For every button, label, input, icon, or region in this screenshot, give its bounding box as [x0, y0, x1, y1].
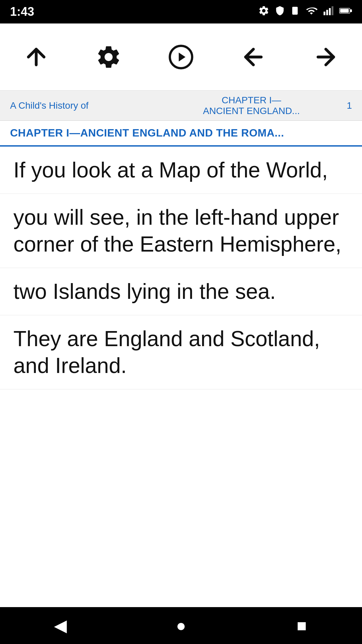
phone-status-icon — [290, 5, 300, 19]
status-time: 1:43 — [10, 5, 34, 19]
paragraph-2: you will see, in the left-hand upper cor… — [0, 194, 362, 268]
settings-button[interactable] — [92, 40, 125, 74]
square-nav-button[interactable]: ■ — [285, 612, 318, 639]
svg-rect-1 — [323, 11, 325, 15]
paragraph-4: They are England and Scotland, and Irela… — [0, 315, 362, 389]
upload-button[interactable] — [19, 40, 53, 74]
back-button[interactable] — [237, 40, 270, 74]
shield-status-icon — [275, 5, 285, 19]
toolbar — [0, 23, 362, 91]
battery-status-icon — [339, 5, 352, 19]
chapter-title: CHAPTER I—ANCIENT ENGLAND AND THE ROMA..… — [10, 127, 284, 139]
gear-status-icon — [258, 5, 269, 19]
chapter-header: CHAPTER I— ANCIENT ENGLAND... — [171, 95, 332, 116]
book-title: A Child's History of — [10, 100, 171, 111]
status-bar: 1:43 — [0, 0, 362, 23]
status-icons — [258, 5, 352, 19]
svg-rect-3 — [329, 8, 330, 15]
header-nav: A Child's History of CHAPTER I— ANCIENT … — [0, 91, 362, 121]
svg-rect-2 — [326, 10, 328, 15]
content-area: If you look at a Map of the World, you w… — [0, 147, 362, 607]
play-button[interactable] — [164, 40, 198, 74]
svg-rect-4 — [331, 6, 333, 15]
svg-marker-11 — [179, 52, 185, 61]
page-number: 1 — [332, 100, 352, 111]
signal-status-icon — [323, 5, 334, 19]
bottom-nav: ◀ ● ■ — [0, 607, 362, 644]
chapter-tab[interactable]: CHAPTER I—ANCIENT ENGLAND AND THE ROMA..… — [0, 121, 362, 147]
home-nav-button[interactable]: ● — [164, 612, 198, 639]
paragraph-3: two Islands lying in the sea. — [0, 268, 362, 315]
svg-rect-8 — [340, 9, 349, 12]
svg-rect-6 — [350, 9, 352, 12]
svg-rect-0 — [292, 7, 298, 14]
back-nav-button[interactable]: ◀ — [44, 612, 77, 639]
paragraph-1: If you look at a Map of the World, — [0, 147, 362, 194]
forward-button[interactable] — [309, 40, 343, 74]
wifi-status-icon — [305, 5, 318, 19]
